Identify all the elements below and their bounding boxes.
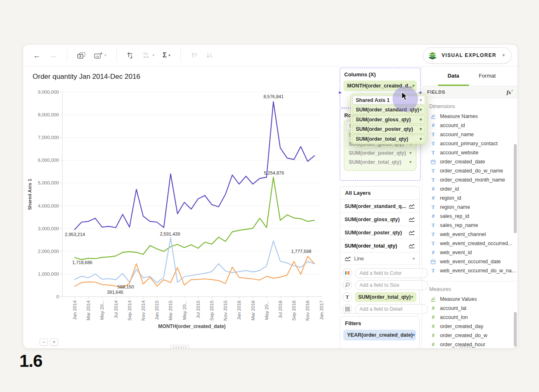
chevron-down-icon: ▾ <box>420 98 422 102</box>
field-item[interactable]: #account_lon <box>422 313 518 322</box>
svg-text:Nov 2015: Nov 2015 <box>223 300 228 321</box>
swap-axes-icon[interactable] <box>127 52 135 59</box>
aggregate-sigma-icon[interactable]: Σ ▾ <box>163 51 170 59</box>
date-type-icon <box>430 159 436 165</box>
resize-visualization-icon[interactable]: ▾ <box>143 52 155 59</box>
sort-descending-icon[interactable] <box>206 52 213 59</box>
field-item[interactable]: #order_created_hour <box>422 340 518 349</box>
svg-text:3,000,000: 3,000,000 <box>38 226 59 231</box>
chevron-down-icon: ▾ <box>420 137 422 141</box>
color-well-icon <box>343 268 352 278</box>
field-item[interactable]: Tweb_event_channel <box>422 230 518 239</box>
field-item[interactable]: #account_lat <box>422 304 518 313</box>
columns-shelf-title: Columns (X) <box>344 71 420 78</box>
layer-row[interactable]: SUM(order_standard_q... <box>340 200 419 213</box>
remove-visualization-icon[interactable]: ▾ <box>94 52 106 59</box>
field-item[interactable]: #order_id <box>422 184 518 194</box>
text-type-icon: T <box>430 268 436 274</box>
svg-text:Jan 2017: Jan 2017 <box>319 300 324 320</box>
field-item[interactable]: Measure Names <box>422 112 518 121</box>
sidebar-divider <box>422 281 518 281</box>
svg-text:Jan 2014: Jan 2014 <box>72 300 77 320</box>
svg-text:1,718,686: 1,718,686 <box>72 260 92 265</box>
chart-canvas[interactable]: 01,000,0002,000,0003,000,0004,000,0005,0… <box>23 84 339 342</box>
sort-ascending-icon[interactable] <box>191 52 198 59</box>
zoom-in-button[interactable]: + <box>50 338 58 346</box>
field-item[interactable]: Taccount_name <box>422 130 518 139</box>
field-item[interactable]: Tregion_name <box>422 203 518 212</box>
field-item[interactable]: order_created_date <box>422 157 518 166</box>
drag-panel-pill[interactable]: SUM(order_gloss_qty)▾ <box>352 115 425 124</box>
field-item[interactable]: #sales_rep_id <box>422 212 518 221</box>
add-card-icon[interactable] <box>77 52 86 59</box>
svg-text:Sep 2014: Sep 2014 <box>127 300 132 321</box>
field-item[interactable]: web_event_occurred_date <box>422 257 518 266</box>
rows-shelf-pill[interactable]: SUM(order_poster_qty)▾ <box>346 149 414 158</box>
field-item[interactable]: Tsales_rep_name <box>422 221 518 230</box>
measures-scrollbar[interactable] <box>514 312 517 347</box>
svg-text:7,000,000: 7,000,000 <box>38 135 59 140</box>
dimensions-list: Measure Names#account_idTaccount_nameTac… <box>422 112 518 275</box>
svg-text:Jul 2016: Jul 2016 <box>278 300 283 318</box>
field-item[interactable]: Tweb_event_created_occurred... <box>422 239 518 248</box>
field-item[interactable]: Taccount_primary_contact <box>422 139 518 148</box>
layer-row[interactable]: SUM(order_total_qty) <box>340 239 419 253</box>
field-item[interactable]: #order_created_day <box>422 322 518 331</box>
svg-text:MONTH(order_created_date): MONTH(order_created_date) <box>158 324 225 329</box>
date-type-icon <box>430 259 436 264</box>
rows-shelf-pill[interactable]: SUM(order_total_qty)▾ <box>346 158 414 167</box>
size-field-input[interactable] <box>355 280 428 290</box>
field-item[interactable]: Torder_created_month_name <box>422 175 518 184</box>
chevron-down-icon: ▾ <box>420 127 422 131</box>
filter-pill[interactable]: YEAR(order_created_date) ▾ <box>343 330 416 340</box>
svg-text:Shared Axis 1: Shared Axis 1 <box>27 179 32 210</box>
field-item[interactable]: #web_event_id <box>422 248 518 257</box>
layer-row[interactable]: SUM(order_poster_qty) <box>340 226 419 239</box>
drag-panel-pill[interactable]: SUM(order_total_qty)▾ <box>352 135 425 143</box>
dimensions-scrollbar[interactable] <box>514 144 517 233</box>
svg-text:May 20...: May 20... <box>264 300 269 320</box>
field-item[interactable]: Tweb_event_occurred_do_w_na... <box>422 266 518 275</box>
svg-text:May 20...: May 20... <box>99 300 104 320</box>
redo-arrow-icon[interactable]: → <box>49 52 57 59</box>
mark-type-dropdown[interactable]: Line ▾ <box>340 253 419 265</box>
svg-text:2,953,214: 2,953,214 <box>65 232 85 237</box>
pane-drag-handle[interactable] <box>170 345 189 349</box>
svg-text:Sep 2016: Sep 2016 <box>291 300 296 321</box>
add-calculated-field-icon[interactable]: fx+ <box>506 88 513 96</box>
svg-text:Jul 2014: Jul 2014 <box>113 300 118 318</box>
visual-explorer-button[interactable]: VISUAL EXPLORER ▾ <box>423 47 512 64</box>
drop-indicator-icon: ▶ <box>339 90 342 94</box>
layer-row[interactable]: SUM(order_gloss_qty) <box>340 213 419 226</box>
color-field-input[interactable] <box>355 268 428 278</box>
tab-format[interactable]: Format <box>470 66 504 86</box>
chevron-down-icon: ▾ <box>420 108 422 112</box>
field-item[interactable]: Torder_created_do_w_name <box>422 166 518 175</box>
measure-names-icon <box>430 114 436 119</box>
field-item[interactable]: Taccount_website <box>422 148 518 157</box>
svg-text:1,000,000: 1,000,000 <box>38 272 59 276</box>
number-type-icon: # <box>430 195 436 201</box>
svg-text:Sep 2015: Sep 2015 <box>209 300 214 321</box>
line-chart-icon <box>345 256 351 261</box>
text-well-pill[interactable]: SUM(order_total_qty) ▾ <box>355 292 416 302</box>
toolbar: ← → ▾ ▾ Σ ▾ <box>23 45 518 66</box>
tab-data[interactable]: Data <box>437 66 470 86</box>
detail-well-icon <box>343 304 352 314</box>
detail-field-input[interactable] <box>355 304 428 314</box>
number-type-icon: # <box>430 342 436 347</box>
number-type-icon: # <box>430 250 436 255</box>
field-item[interactable]: Measure Values <box>422 295 518 304</box>
svg-text:8,576,841: 8,576,841 <box>263 94 284 99</box>
text-type-icon: T <box>430 177 436 183</box>
field-item[interactable]: #order_created_do_w <box>422 331 518 340</box>
field-item[interactable]: #account_id <box>422 121 518 130</box>
chevron-down-icon: ▾ <box>153 53 155 57</box>
svg-text:6,000,000: 6,000,000 <box>38 158 59 163</box>
number-type-icon: # <box>430 213 436 219</box>
zoom-out-button[interactable]: − <box>40 338 48 346</box>
undo-arrow-icon[interactable]: ← <box>33 52 41 59</box>
field-item[interactable]: #region_id <box>422 194 518 203</box>
drag-panel-pill[interactable]: SUM(order_poster_qty)▾ <box>352 125 425 134</box>
number-type-icon: # <box>430 186 436 192</box>
